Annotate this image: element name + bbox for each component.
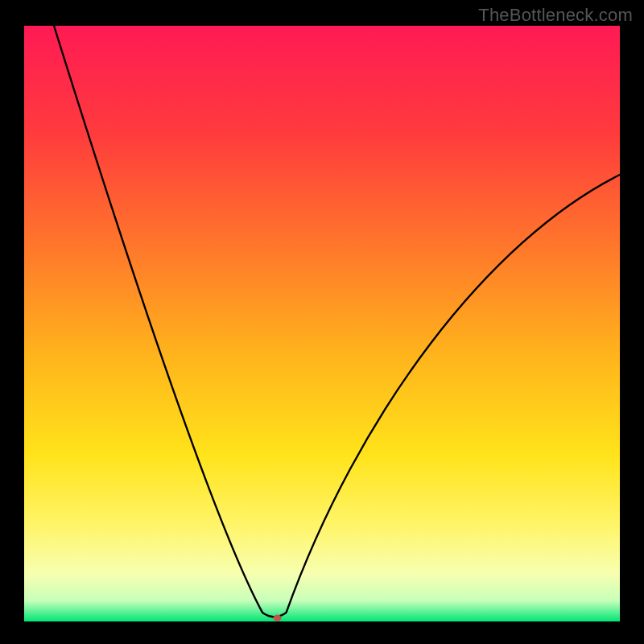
valley-marker [274,615,282,621]
plot-area [24,26,620,621]
watermark-text: TheBottleneck.com [478,5,633,26]
chart-svg [24,26,620,621]
chart-frame: TheBottleneck.com [0,0,644,644]
gradient-background [24,26,620,621]
